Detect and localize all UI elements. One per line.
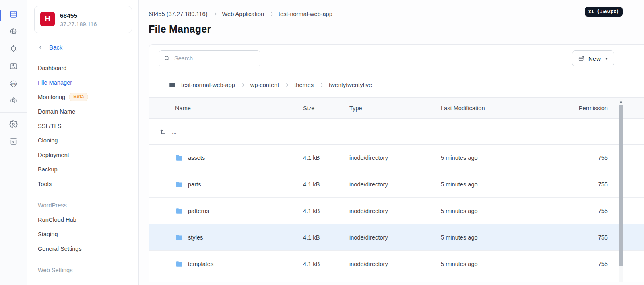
- sidebar-item-label: General Settings: [38, 246, 82, 252]
- file-size: 4.1 kB: [303, 155, 349, 161]
- sidebar-item-tools[interactable]: Tools: [38, 177, 132, 191]
- table-header: Name Size Type Last Modification Permiss…: [149, 98, 644, 119]
- file-last-modification: 5 minutes ago: [441, 155, 548, 161]
- dns-icon: DNS: [9, 79, 18, 88]
- search-icon: [164, 55, 170, 62]
- table-row[interactable]: assets 4.1 kB inode/directory 5 minutes …: [149, 145, 644, 171]
- path-item-app[interactable]: test-normal-web-app: [181, 82, 235, 88]
- sidebar-item-cloning[interactable]: Cloning: [38, 133, 132, 148]
- sidebar-item-deployment[interactable]: Deployment: [38, 148, 132, 162]
- rail-item-web-application[interactable]: [4, 23, 23, 40]
- svg-text:DNS: DNS: [11, 83, 16, 85]
- file-last-modification: 5 minutes ago: [441, 261, 548, 267]
- table-row[interactable]: templates 4.1 kB inode/directory 5 minut…: [149, 251, 644, 277]
- sidebar-item-label: Backup: [38, 166, 58, 173]
- search-box: [159, 50, 260, 66]
- sidebar-item-label: SSL/TLS: [38, 123, 61, 129]
- file-name: patterns: [188, 208, 209, 214]
- breadcrumb: 68455 (37.27.189.116) Web Application te…: [149, 11, 644, 17]
- sidebar-section-web-settings: Web Settings: [38, 263, 132, 277]
- table-row[interactable]: styles 4.1 kB inode/directory 5 minutes …: [149, 224, 644, 251]
- new-file-icon: [578, 55, 585, 62]
- path-item-themes[interactable]: themes: [294, 82, 314, 88]
- deployment-box-icon: [9, 62, 18, 70]
- rail-item-services[interactable]: [4, 40, 23, 58]
- hetzner-logo: H: [40, 12, 55, 26]
- breadcrumb-web-application[interactable]: Web Application: [222, 11, 264, 17]
- vertical-scrollbar[interactable]: [619, 99, 623, 282]
- main-content: x1 (1502px) 68455 (37.27.189.116) Web Ap…: [139, 0, 644, 285]
- path-item-wp-content[interactable]: wp-content: [250, 82, 279, 88]
- scrollbar-thumb[interactable]: [619, 105, 623, 266]
- rail-item-team[interactable]: [4, 92, 23, 109]
- rail-item-settings[interactable]: [4, 116, 23, 133]
- server-id: 68455: [60, 12, 97, 19]
- icon-rail: DNS: [0, 0, 27, 285]
- server-card[interactable]: H 68455 37.27.189.116: [34, 6, 132, 33]
- server-card-info: 68455 37.27.189.116: [60, 12, 97, 27]
- file-permission: 755: [548, 234, 608, 241]
- new-button-label: New: [588, 55, 601, 62]
- table-row[interactable]: patterns 4.1 kB inode/directory 5 minute…: [149, 198, 644, 224]
- sidebar-item-label: Cloning: [38, 137, 58, 144]
- file-manager-card: New test-normal-web-app wp-content theme…: [149, 44, 644, 282]
- rail-item-deployment[interactable]: [4, 58, 23, 75]
- chevron-right-icon: [213, 12, 216, 16]
- sidebar-item-domain-name[interactable]: Domain Name: [38, 104, 132, 119]
- folder-icon: [175, 154, 183, 162]
- file-last-modification: 5 minutes ago: [441, 234, 548, 241]
- new-button[interactable]: New: [572, 50, 614, 66]
- sidebar-item-backup[interactable]: Backup: [38, 162, 132, 177]
- up-directory-icon: [159, 128, 167, 135]
- sidebar-item-file-manager[interactable]: File Manager: [38, 75, 132, 90]
- rail-item-archive[interactable]: [4, 133, 23, 150]
- row-checkbox[interactable]: [159, 234, 159, 241]
- file-size: 4.1 kB: [303, 261, 349, 267]
- sidebar-item-ssl-tls[interactable]: SSL/TLS: [38, 119, 132, 133]
- back-button[interactable]: Back: [38, 44, 132, 51]
- caret-down-icon: [605, 58, 608, 60]
- table-row[interactable]: parts 4.1 kB inode/directory 5 minutes a…: [149, 171, 644, 198]
- chevron-right-icon: [241, 83, 244, 87]
- file-permission: 755: [548, 181, 608, 188]
- archive-icon: [9, 137, 18, 146]
- chevron-left-icon: [38, 45, 43, 50]
- row-checkbox[interactable]: [159, 207, 159, 215]
- file-type: inode/directory: [349, 208, 441, 214]
- team-icon: [9, 97, 18, 105]
- path-item-theme-name[interactable]: twentytwentyfive: [329, 82, 372, 88]
- folder-icon: [175, 233, 183, 242]
- folder-icon: [175, 207, 183, 215]
- sidebar-item-dashboard[interactable]: Dashboard: [38, 61, 132, 75]
- row-checkbox[interactable]: [159, 181, 159, 188]
- sidebar-item-label: Staging: [38, 231, 58, 238]
- file-name: parts: [188, 181, 201, 188]
- row-checkbox[interactable]: [159, 260, 159, 268]
- breadcrumb-app[interactable]: test-normal-web-app: [279, 11, 332, 17]
- file-last-modification: 5 minutes ago: [441, 181, 548, 188]
- file-type: inode/directory: [349, 234, 441, 241]
- file-permission: 755: [548, 208, 608, 214]
- breadcrumb-server[interactable]: 68455 (37.27.189.116): [149, 11, 208, 17]
- file-type: inode/directory: [349, 155, 441, 161]
- scrollbar-up-arrow-icon[interactable]: [620, 101, 622, 103]
- file-type: inode/directory: [349, 261, 441, 267]
- column-header-name: Name: [175, 105, 303, 112]
- sidebar-item-label: Domain Name: [38, 108, 75, 115]
- row-checkbox[interactable]: [159, 154, 159, 161]
- rail-item-server[interactable]: [4, 6, 23, 23]
- server-ip: 37.27.189.116: [60, 21, 97, 27]
- sidebar-item-general-settings[interactable]: General Settings: [38, 242, 132, 256]
- search-input[interactable]: [173, 55, 256, 62]
- path-breadcrumb: test-normal-web-app wp-content themes tw…: [149, 72, 644, 98]
- sidebar: H 68455 37.27.189.116 Back Dashboard Fil…: [27, 0, 139, 285]
- file-toolbar: New: [149, 45, 644, 72]
- sidebar-item-runcloud-hub[interactable]: RunCloud Hub: [38, 213, 132, 227]
- sidebar-item-monitoring[interactable]: Monitoring Beta: [38, 90, 132, 104]
- column-header-size: Size: [303, 105, 349, 112]
- sidebar-item-staging[interactable]: Staging: [38, 227, 132, 242]
- server-icon: [9, 10, 18, 19]
- select-all-checkbox[interactable]: [159, 105, 159, 112]
- rail-item-dns[interactable]: DNS: [4, 75, 23, 92]
- parent-directory-row[interactable]: ...: [149, 119, 644, 145]
